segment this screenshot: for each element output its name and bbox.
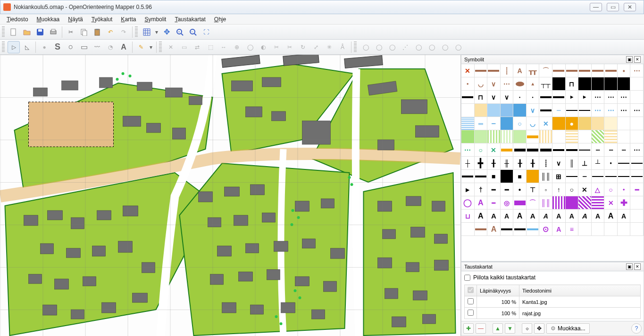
edit-template-button[interactable]: ⚙Muokkaa...: [546, 323, 590, 334]
symbol-cell[interactable]: [501, 117, 514, 130]
symbol-cell[interactable]: A: [513, 64, 527, 77]
symbol-cell[interactable]: [630, 91, 644, 104]
symbol-cell[interactable]: ●: [566, 117, 579, 130]
open-file-button[interactable]: [21, 26, 33, 38]
symbol-cell[interactable]: [513, 77, 527, 91]
symbol-cell[interactable]: ✚: [618, 196, 631, 210]
symbol-cell[interactable]: A: [618, 210, 631, 223]
symbol-cell[interactable]: ■: [513, 170, 527, 183]
symbol-cell[interactable]: [578, 77, 592, 91]
symbol-cell[interactable]: A: [475, 196, 488, 210]
symbol-cell[interactable]: ∨: [487, 77, 501, 91]
symbol-cell[interactable]: ┴: [592, 157, 605, 170]
menu-file[interactable]: Tiedosto: [3, 15, 32, 24]
symbol-cell[interactable]: [578, 104, 592, 117]
symbol-cell[interactable]: [578, 64, 592, 77]
symbol-cell[interactable]: [630, 117, 644, 130]
symbol-palette[interactable]: ✕┊A┰┰⌒◆⋯●◡∨⋯▲┬┬⊓⊓∨∨●●▶▶⋯⋯⋯∨┄⋯⋯⋯⋯═┄○◡✕●⋯○…: [461, 64, 644, 261]
symbol-cell[interactable]: [475, 223, 488, 236]
symbol-cell[interactable]: ○: [604, 183, 618, 196]
symbol-cell[interactable]: ╋: [475, 157, 488, 170]
symbol-cell[interactable]: [618, 77, 631, 91]
template-row[interactable]: 100 % rajat.jpg: [465, 308, 641, 319]
template-row[interactable]: 100 % Kanta1.jpg: [465, 296, 641, 308]
select-tool[interactable]: ▷: [8, 41, 20, 53]
symbol-cell[interactable]: [461, 170, 475, 183]
symbol-cell[interactable]: A: [487, 210, 501, 223]
symbol-cell[interactable]: [566, 143, 579, 157]
row-visible-checkbox[interactable]: [468, 310, 474, 316]
symbol-cell[interactable]: ⋯: [618, 91, 631, 104]
symbol-cell[interactable]: ⌒: [527, 196, 540, 210]
shape-5-tool[interactable]: ◯: [426, 41, 438, 53]
symbol-cell[interactable]: ━: [630, 183, 644, 196]
symbol-cell[interactable]: [461, 104, 475, 117]
symbol-cell[interactable]: [527, 130, 540, 143]
symbol-cell[interactable]: [592, 170, 605, 183]
symbol-cell[interactable]: ✕: [487, 143, 501, 157]
symbol-cell[interactable]: A: [604, 210, 618, 223]
symbol-cell[interactable]: [513, 104, 527, 117]
symbol-cell[interactable]: ⋯: [604, 91, 618, 104]
symbol-cell[interactable]: ┊: [539, 157, 552, 170]
delete-tool[interactable]: ✕: [165, 41, 177, 53]
hide-all-checkbox-input[interactable]: [464, 275, 470, 281]
symbol-cell[interactable]: [552, 143, 566, 157]
symbol-cell[interactable]: [618, 170, 631, 183]
symbol-cell[interactable]: ○: [475, 143, 488, 157]
symbol-cell[interactable]: ║: [566, 157, 579, 170]
menu-templates[interactable]: Taustakartat: [171, 15, 209, 24]
row-opacity[interactable]: 100 %: [477, 308, 519, 319]
symbol-cell[interactable]: [539, 143, 552, 157]
pen-config-button[interactable]: ▾: [148, 41, 154, 53]
symbol-cell[interactable]: ⋯: [592, 104, 605, 117]
duplicate-tool[interactable]: ▭: [178, 41, 190, 53]
symbol-cell[interactable]: ⋯: [630, 104, 644, 117]
symbol-cell[interactable]: ◦: [539, 183, 552, 196]
symbol-cell[interactable]: [592, 117, 605, 130]
paste-button[interactable]: [91, 26, 103, 38]
symbol-cell[interactable]: [604, 170, 618, 183]
panel-close-button[interactable]: ✕: [634, 56, 641, 63]
symbol-cell[interactable]: ⋯: [501, 77, 514, 91]
help-button[interactable]: ?: [631, 323, 642, 334]
symbol-cell[interactable]: [513, 223, 527, 236]
georef-button[interactable]: ⟐: [522, 323, 532, 334]
shape-4-tool[interactable]: ◯: [412, 41, 425, 53]
col-opacity[interactable]: Läpinäkyvyys: [477, 285, 519, 296]
symbol-cell[interactable]: ║║: [539, 170, 552, 183]
move-down-button[interactable]: ▼: [505, 323, 515, 334]
col-filename[interactable]: Tiedostonimi: [519, 285, 641, 296]
symbol-cell[interactable]: ╂: [513, 157, 527, 170]
symbol-cell[interactable]: [552, 64, 566, 77]
symbol-cell[interactable]: ⊞: [552, 170, 566, 183]
edit-lines-tool[interactable]: ◺: [21, 41, 33, 53]
symbol-cell[interactable]: ⊔: [461, 210, 475, 223]
symbol-cell[interactable]: [578, 196, 592, 210]
hide-all-templates-checkbox[interactable]: Piilota kaikki taustakartat: [464, 273, 641, 282]
symbol-cell[interactable]: [552, 117, 566, 130]
symbol-cell[interactable]: [461, 91, 475, 104]
symbol-cell[interactable]: [461, 117, 475, 130]
symbol-cell[interactable]: [513, 130, 527, 143]
symbol-cell[interactable]: [501, 223, 514, 236]
swap-symbol-tool[interactable]: ⇄: [191, 41, 203, 53]
symbol-cell[interactable]: ┄: [618, 143, 631, 157]
symbol-cell[interactable]: A: [592, 210, 605, 223]
menu-edit[interactable]: Muokkaa: [33, 15, 64, 24]
menu-tools[interactable]: Työkalut: [88, 15, 117, 24]
row-filename[interactable]: rajat.jpg: [519, 308, 641, 319]
symbol-cell[interactable]: ⊤: [527, 183, 540, 196]
shape-1-tool[interactable]: ◯: [360, 41, 372, 53]
menu-help[interactable]: Ohje: [210, 15, 230, 24]
symbol-cell[interactable]: ┰┰: [527, 64, 540, 77]
symbol-cell[interactable]: ▶: [578, 91, 592, 104]
symbol-cell[interactable]: †: [475, 183, 488, 196]
symbol-cell[interactable]: [630, 130, 644, 143]
symbol-cell[interactable]: [552, 91, 566, 104]
row-visible-checkbox[interactable]: [468, 298, 474, 304]
cut-button[interactable]: ✂: [65, 26, 77, 38]
symbol-cell[interactable]: ⊥: [578, 157, 592, 170]
symbol-cell[interactable]: A: [552, 210, 566, 223]
symbol-cell[interactable]: ━: [487, 183, 501, 196]
